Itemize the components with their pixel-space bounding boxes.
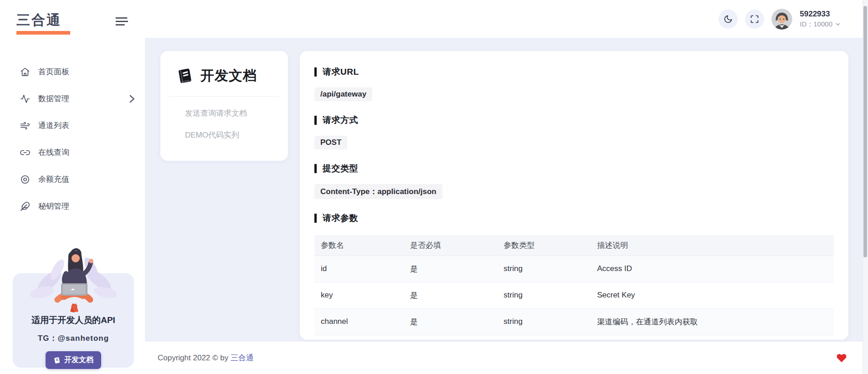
scrollbar-thumb[interactable] (863, 6, 867, 257)
section-heading: 请求方式 (323, 114, 358, 126)
param-required: 是 (404, 256, 497, 282)
dev-docs-button[interactable]: 开发文档 (46, 351, 101, 369)
user-menu[interactable]: 5922933 ID：10000 (800, 10, 841, 29)
sidebar-item-label: 数据管理 (38, 93, 69, 104)
params-table-wrap: 参数名 是否必填 参数类型 描述说明 id 是 stri (314, 235, 834, 340)
table-row: id 是 string Access ID (314, 256, 834, 282)
dev-docs-button-label: 开发文档 (64, 355, 93, 365)
section-marker (314, 164, 317, 173)
sidebar-nav: 首页面板 数据管理 通道列表 在线查 (0, 58, 145, 220)
activity-icon (20, 94, 30, 104)
section-content-type: 提交类型 Content-Type：application/json (314, 163, 834, 199)
params-table: 参数名 是否必填 参数类型 描述说明 id 是 stri (314, 235, 834, 340)
top-bar: 5922933 ID：10000 (145, 0, 868, 38)
section-heading: 请求URL (323, 66, 359, 78)
username: 5922933 (800, 10, 841, 19)
sidebar-item-label: 秘钥管理 (38, 201, 69, 211)
link-icon (20, 148, 30, 158)
param-name: id (314, 256, 404, 282)
copyright: Copyright 2022 © by 三合通 (158, 353, 254, 363)
logo[interactable]: 三合通 (16, 11, 70, 35)
sidebar-item-channel-list[interactable]: 通道列表 (0, 112, 145, 139)
heart-icon (836, 353, 847, 364)
column-header: 参数类型 (497, 235, 591, 256)
section-request-method: 请求方式 POST (314, 114, 834, 149)
sidebar-item-secret-key[interactable]: 秘钥管理 (0, 193, 145, 220)
logo-underline (16, 31, 70, 35)
promo-telegram: TG：@sanhetong (13, 333, 134, 343)
request-url-code: /api/gateway (314, 87, 372, 101)
param-type: string (497, 282, 591, 308)
sidebar-item-label: 在线查询 (38, 147, 69, 158)
footer: Copyright 2022 © by 三合通 (145, 342, 868, 374)
doc-nav-card: 开发文档 发送查询请求文档 DEMO代码实列 (160, 51, 288, 161)
book-icon (176, 67, 194, 85)
app-window: 三合通 首页面板 数据 (0, 0, 868, 374)
section-request-url: 请求URL /api/gateway (314, 66, 834, 101)
logo-text: 三合通 (16, 11, 70, 30)
hamburger-icon (115, 15, 128, 27)
wind-icon (20, 121, 30, 131)
sidebar-item-label: 首页面板 (38, 67, 69, 77)
section-request-params: 请求参数 参数名 是否必填 参数类型 描述说明 (314, 212, 834, 340)
main-column: 5922933 ID：10000 (145, 0, 868, 374)
section-heading: 提交类型 (323, 163, 358, 174)
chevron-down-icon (835, 21, 841, 27)
section-heading: 请求参数 (323, 212, 358, 224)
column-header: 是否必填 (404, 235, 497, 256)
param-description: Secret Key (591, 282, 834, 308)
divider (169, 96, 279, 97)
param-description: Access ID (591, 256, 834, 282)
sidebar: 三合通 首页面板 数据 (0, 0, 145, 374)
dark-mode-button[interactable] (719, 10, 738, 29)
param-name: key (314, 282, 404, 308)
top-bar-controls: 5922933 ID：10000 (719, 0, 841, 38)
param-type: string (497, 256, 591, 282)
brand-link[interactable]: 三合通 (231, 354, 254, 362)
param-required: 是 (404, 282, 497, 308)
section-marker (314, 214, 317, 223)
sidebar-item-balance-recharge[interactable]: 余额充值 (0, 166, 145, 193)
home-icon (20, 67, 30, 77)
doc-link-demo-code[interactable]: DEMO代码实列 (160, 130, 288, 140)
column-header: 描述说明 (591, 235, 834, 256)
table-row: key 是 string Secret Key (314, 282, 834, 308)
developer-illustration (30, 241, 117, 318)
disc-icon (20, 174, 30, 184)
user-id: ID：10000 (800, 20, 832, 29)
feather-icon (20, 201, 30, 211)
fullscreen-button[interactable] (745, 10, 764, 29)
doc-link-query-request[interactable]: 发送查询请求文档 (160, 108, 288, 118)
request-method-code: POST (314, 136, 347, 149)
moon-icon (724, 15, 733, 24)
doc-card-title: 开发文档 (200, 67, 257, 85)
table-row-partial (314, 335, 834, 340)
sidebar-item-dashboard[interactable]: 首页面板 (0, 58, 145, 85)
table-header-row: 参数名 是否必填 参数类型 描述说明 (314, 235, 834, 256)
param-required: 是 (404, 308, 497, 335)
copyright-text: Copyright 2022 © by (158, 354, 231, 362)
sidebar-item-online-query[interactable]: 在线查询 (0, 139, 145, 166)
section-marker (314, 67, 317, 77)
param-type: string (497, 308, 591, 335)
sidebar-item-label: 余额充值 (38, 174, 69, 184)
content-type-code: Content-Type：application/json (314, 184, 442, 199)
sidebar-item-label: 通道列表 (38, 120, 69, 131)
section-marker (314, 116, 317, 125)
sidebar-toggle-button[interactable] (114, 15, 129, 28)
column-header: 参数名 (314, 235, 404, 256)
api-doc-card: 请求URL /api/gateway 请求方式 POST 提交类型 (300, 51, 848, 340)
avatar[interactable] (771, 9, 792, 30)
avatar-image (771, 9, 792, 30)
chevron-right-icon (127, 94, 137, 104)
table-row: channel 是 string 渠道编码，在通道列表内获取 (314, 308, 834, 335)
book-icon (53, 357, 61, 364)
fullscreen-icon (750, 15, 759, 24)
content-area: 开发文档 发送查询请求文档 DEMO代码实列 请求URL /api/gatewa… (145, 38, 868, 342)
param-description: 渠道编码，在通道列表内获取 (591, 308, 834, 335)
param-name: channel (314, 308, 404, 335)
scrollbar-track[interactable] (863, 0, 868, 374)
sidebar-item-data-management[interactable]: 数据管理 (0, 85, 145, 112)
